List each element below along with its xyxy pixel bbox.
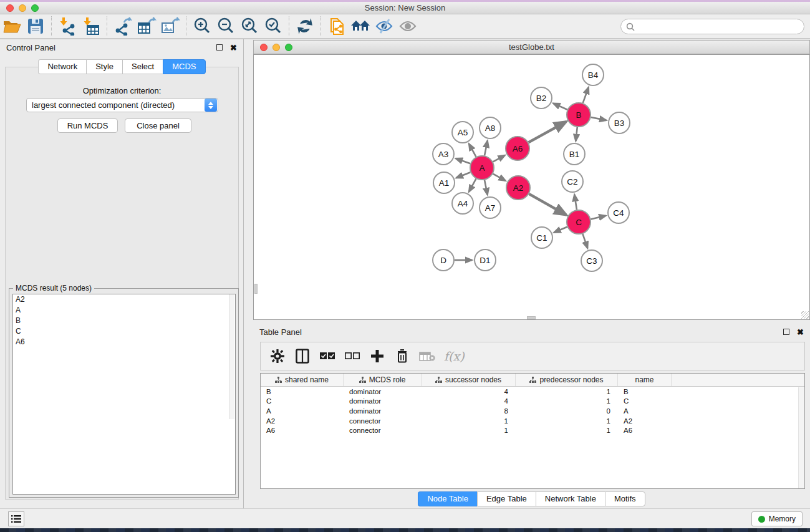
column-header-shared-name[interactable]: shared name xyxy=(261,374,344,386)
column-header-predecessor-nodes[interactable]: predecessor nodes xyxy=(516,374,618,386)
import-table-icon[interactable] xyxy=(79,16,103,37)
cell-successor-nodes[interactable]: 4 xyxy=(422,397,516,405)
node-A[interactable]: A xyxy=(470,156,494,180)
node-table[interactable]: shared nameMCDS rolesuccessor nodesprede… xyxy=(260,373,805,489)
node-B4[interactable]: B4 xyxy=(582,64,604,85)
cell-shared-name[interactable]: A6 xyxy=(261,427,344,434)
network-window-titlebar[interactable]: testGlobe.txt xyxy=(253,40,810,54)
table-header-row[interactable]: shared nameMCDS rolesuccessor nodesprede… xyxy=(261,374,804,387)
network-canvas[interactable]: B4B2BB3A8A5A6A3B1AA1C2A2A4A7C4CC1C3DD1 xyxy=(253,54,810,320)
node-B2[interactable]: B2 xyxy=(531,87,552,109)
search-input[interactable] xyxy=(620,19,804,34)
cell-shared-name[interactable]: A xyxy=(261,407,344,415)
node-B[interactable]: B xyxy=(567,103,591,127)
node-C2[interactable]: C2 xyxy=(562,171,583,192)
edge-A-A8[interactable] xyxy=(485,141,488,156)
node-D[interactable]: D xyxy=(433,249,454,271)
refresh-icon[interactable] xyxy=(293,16,317,37)
cell-name[interactable]: A2 xyxy=(618,417,672,425)
node-B3[interactable]: B3 xyxy=(609,112,630,133)
cell-MCDS-role[interactable]: dominator xyxy=(344,407,422,415)
export-image-icon[interactable] xyxy=(158,16,182,37)
home-view-icon[interactable] xyxy=(349,16,372,37)
cell-successor-nodes[interactable]: 1 xyxy=(422,427,516,434)
result-item[interactable]: A6 xyxy=(13,337,235,347)
table-row[interactable]: Adominator80A xyxy=(261,406,804,416)
table-row[interactable]: Cdominator41C xyxy=(261,397,804,407)
node-A1[interactable]: A1 xyxy=(433,172,455,193)
edge-A2-C[interactable] xyxy=(529,194,566,215)
zoom-in-icon[interactable] xyxy=(190,16,214,37)
table-vscrollbar[interactable] xyxy=(798,387,804,488)
node-C4[interactable]: C4 xyxy=(608,202,629,223)
cell-MCDS-role[interactable]: dominator xyxy=(344,397,422,405)
column-selector-icon[interactable] xyxy=(294,348,311,364)
tab-motifs[interactable]: Motifs xyxy=(605,491,645,506)
zoom-selected-icon[interactable] xyxy=(261,16,285,37)
hide-selected-icon[interactable] xyxy=(372,16,396,37)
cell-MCDS-role[interactable]: connector xyxy=(344,427,422,434)
tab-network-table[interactable]: Network Table xyxy=(536,491,605,506)
zoom-out-icon[interactable] xyxy=(214,16,238,37)
import-network-icon[interactable] xyxy=(55,16,79,37)
cell-predecessor-nodes[interactable]: 1 xyxy=(516,417,618,425)
tab-mcds[interactable]: MCDS xyxy=(163,59,205,74)
edge-C-C3[interactable] xyxy=(582,234,587,248)
edge-A-A1[interactable] xyxy=(456,172,471,178)
edge-A-A6[interactable] xyxy=(493,155,505,162)
edge-A6-B[interactable] xyxy=(529,122,566,142)
edge-A-A3[interactable] xyxy=(456,158,470,163)
run-mcds-button[interactable]: Run MCDS xyxy=(57,118,118,133)
float-table-panel-icon[interactable] xyxy=(783,329,789,335)
node-B1[interactable]: B1 xyxy=(564,143,585,165)
edge-A-A2[interactable] xyxy=(493,174,506,181)
cell-predecessor-nodes[interactable]: 1 xyxy=(516,397,618,405)
node-C3[interactable]: C3 xyxy=(581,250,602,271)
cell-shared-name[interactable]: C xyxy=(261,397,344,405)
select-all-icon[interactable] xyxy=(319,348,335,364)
node-A2[interactable]: A2 xyxy=(506,176,530,200)
new-network-icon[interactable] xyxy=(325,16,349,37)
memory-button[interactable]: Memory xyxy=(751,511,803,526)
add-column-icon[interactable] xyxy=(369,348,385,364)
cell-shared-name[interactable]: B xyxy=(261,388,344,395)
cell-MCDS-role[interactable]: connector xyxy=(344,417,422,425)
node-A8[interactable]: A8 xyxy=(480,117,501,138)
tab-edge-table[interactable]: Edge Table xyxy=(477,491,536,506)
column-header-name[interactable]: name xyxy=(618,374,672,386)
resize-grip-icon[interactable] xyxy=(801,311,809,319)
cell-name[interactable]: A xyxy=(618,407,672,415)
float-panel-icon[interactable] xyxy=(216,44,223,51)
edge-A-A5[interactable] xyxy=(469,143,476,157)
network-hscrollbar[interactable] xyxy=(527,316,536,319)
edge-B-B1[interactable] xyxy=(576,127,577,141)
table-settings-icon[interactable] xyxy=(269,348,286,364)
cell-MCDS-role[interactable]: dominator xyxy=(344,388,422,395)
network-graph[interactable]: B4B2BB3A8A5A6A3B1AA1C2A2A4A7C4CC1C3DD1 xyxy=(254,55,809,319)
tab-node-table[interactable]: Node Table xyxy=(418,491,477,506)
tab-network[interactable]: Network xyxy=(38,59,86,74)
result-list-scrollbar[interactable] xyxy=(229,294,234,419)
result-item[interactable]: A2 xyxy=(13,294,235,305)
node-A7[interactable]: A7 xyxy=(480,197,501,218)
edge-A-A7[interactable] xyxy=(485,180,488,195)
tab-style[interactable]: Style xyxy=(86,59,122,74)
edge-C-C1[interactable] xyxy=(554,227,567,233)
table-row[interactable]: A6connector11A6 xyxy=(261,425,804,435)
export-table-icon[interactable] xyxy=(135,16,158,37)
zoom-fit-icon[interactable] xyxy=(238,16,261,37)
edge-B-B2[interactable] xyxy=(553,104,567,110)
column-header-MCDS-role[interactable]: MCDS role xyxy=(344,374,422,386)
criterion-dropdown[interactable]: largest connected component (directed) xyxy=(26,98,218,112)
node-D1[interactable]: D1 xyxy=(475,249,496,271)
save-session-icon[interactable] xyxy=(24,16,47,37)
edge-B-B4[interactable] xyxy=(583,87,589,103)
edge-B-B3[interactable] xyxy=(591,117,607,120)
cell-name[interactable]: C xyxy=(618,397,672,405)
cell-predecessor-nodes[interactable]: 1 xyxy=(516,427,618,434)
close-table-panel-icon[interactable]: ✖ xyxy=(797,327,804,337)
export-network-icon[interactable] xyxy=(111,16,135,37)
edge-C-C4[interactable] xyxy=(591,216,605,220)
result-item[interactable]: C xyxy=(13,326,235,337)
node-A4[interactable]: A4 xyxy=(452,193,473,214)
